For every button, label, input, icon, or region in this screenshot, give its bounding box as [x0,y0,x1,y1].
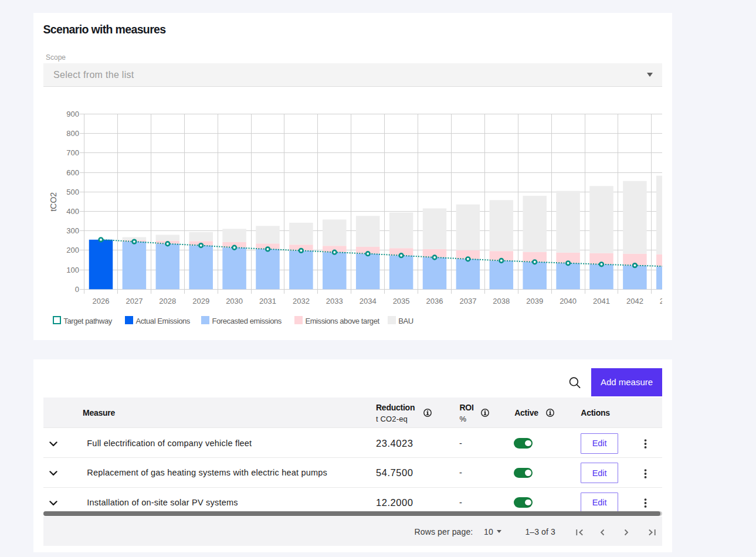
svg-text:300: 300 [66,226,79,235]
svg-text:tCO2: tCO2 [49,192,59,211]
svg-text:900: 900 [66,110,79,118]
svg-text:2037: 2037 [459,296,476,305]
svg-text:2040: 2040 [560,296,577,305]
svg-text:2031: 2031 [259,296,276,305]
svg-text:2039: 2039 [526,296,543,305]
svg-text:2038: 2038 [493,296,510,305]
svg-text:200: 200 [66,246,79,254]
svg-text:2029: 2029 [192,296,209,305]
svg-text:2028: 2028 [159,296,176,305]
svg-text:2027: 2027 [126,296,143,305]
svg-text:2033: 2033 [326,296,343,305]
svg-text:600: 600 [66,168,79,176]
svg-text:2030: 2030 [226,296,243,305]
svg-text:700: 700 [66,148,79,157]
svg-text:800: 800 [66,129,79,138]
svg-text:2043: 2043 [660,296,662,305]
svg-text:2036: 2036 [426,296,443,305]
svg-text:0: 0 [75,284,79,293]
svg-text:2035: 2035 [393,296,410,305]
svg-text:2042: 2042 [626,296,643,305]
svg-text:2041: 2041 [593,296,610,305]
svg-text:2026: 2026 [93,296,110,305]
svg-text:100: 100 [66,265,79,274]
svg-text:2034: 2034 [360,296,377,305]
svg-text:500: 500 [66,187,79,196]
svg-text:400: 400 [66,207,79,216]
svg-text:2032: 2032 [293,296,310,305]
